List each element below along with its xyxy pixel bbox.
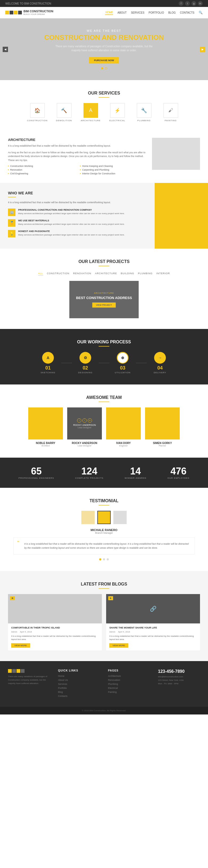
- blog-1-read-more[interactable]: VIEW MORE: [11, 643, 30, 648]
- nav-about[interactable]: ABOUT: [117, 11, 127, 15]
- team-member-2: f t in ROCKY ANDERSON Lead Designer ROCK…: [67, 407, 102, 447]
- footer-link-contacts[interactable]: Contacts: [58, 695, 100, 698]
- avatar-2[interactable]: [97, 511, 111, 524]
- architecture-section: ARCHITECTURE It is a long established fa…: [0, 132, 208, 183]
- footer-page-reno[interactable]: Renovation: [108, 679, 150, 681]
- tab-renovation[interactable]: RENOVATION: [73, 272, 91, 276]
- process-divider: [99, 346, 109, 346]
- process-step-1: A 01 SKETCHING: [35, 352, 61, 374]
- testimonial-quote-box: " It is a long established fact that a r…: [13, 537, 195, 555]
- hero-prev-arrow[interactable]: ◀: [3, 47, 8, 52]
- service-demolition[interactable]: 🔨 DEMOLITION: [53, 103, 75, 122]
- avatar-3[interactable]: [113, 511, 127, 524]
- hero-dot-2[interactable]: [105, 67, 107, 69]
- footer-phone: 123-456-7890: [158, 669, 200, 674]
- member-2-photo: f t in ROCKY ANDERSON Lead Designer: [67, 407, 102, 439]
- projects-divider: [99, 266, 109, 266]
- logo: BIM CONSTRUCTION BUILD YOUR DREAM: [5, 10, 53, 16]
- testimonial-divider: [99, 505, 109, 505]
- nav-contacts[interactable]: CONTACTS: [180, 11, 195, 15]
- member-2-facebook[interactable]: f: [77, 418, 81, 423]
- footer-link-portfolio[interactable]: Portfolio: [58, 687, 100, 689]
- hero-next-arrow[interactable]: ▶: [200, 47, 205, 52]
- project-view-button[interactable]: VIEW PROJECT: [92, 303, 116, 308]
- footer-links-col: QUICK LINKS Home About Us Services Portf…: [58, 669, 100, 699]
- hero-subtitle: WE ARE THE BEST: [87, 29, 121, 32]
- search-icon[interactable]: 🔍: [199, 11, 203, 14]
- testimonial-title: TESTIMONIAL: [8, 498, 200, 503]
- tab-all[interactable]: ALL: [38, 272, 43, 276]
- hero-dot-1[interactable]: [101, 67, 103, 69]
- step-4-circle: →: [154, 352, 166, 364]
- footer-page-arch[interactable]: Architecture: [108, 675, 150, 677]
- projects-tabs: ALL CONSTRUCTION RENOVATION ARCHITECTURE…: [8, 272, 200, 276]
- twitter-icon[interactable]: t: [185, 1, 190, 6]
- tab-construction[interactable]: CONSTRUCTION: [47, 272, 70, 276]
- service-construction[interactable]: 🏠 CONSTRUCTION: [27, 103, 48, 122]
- process-steps: A 01 SKETCHING ⚙ 02 DESIGNING ⊕ 03 UTILI…: [8, 352, 200, 374]
- header: BIM CONSTRUCTION BUILD YOUR DREAM HOME A…: [0, 7, 208, 19]
- service-label: PAINTING: [160, 119, 181, 122]
- plumbing-icon: 🔧: [137, 103, 151, 118]
- tab-building[interactable]: BUILDING: [121, 272, 134, 276]
- nav-blog[interactable]: BLOG: [168, 11, 176, 15]
- member-2-linkedin[interactable]: in: [88, 418, 92, 423]
- facebook-icon[interactable]: f: [179, 1, 183, 6]
- stat-engineers-label: PROFESSIONAL ENGINEERS: [19, 477, 54, 479]
- footer-link-blog[interactable]: Blog: [58, 691, 100, 693]
- tab-plumbing[interactable]: PLUMBING: [138, 272, 152, 276]
- t-dot-3[interactable]: [107, 558, 109, 560]
- hero-cta-button[interactable]: PURCHASE NOW: [89, 57, 119, 64]
- avatar-1[interactable]: [81, 511, 95, 524]
- stat-projects: 124 COMPLETE PROJECTS: [75, 466, 103, 479]
- footer-link-about[interactable]: About Us: [58, 679, 100, 681]
- google-icon[interactable]: g: [192, 1, 196, 6]
- footer-logo-sq3: [16, 669, 20, 673]
- process-line-3: [136, 363, 147, 363]
- member-1-name: NOBLE BARRY: [28, 442, 63, 444]
- linkedin-icon[interactable]: in: [198, 1, 203, 6]
- stat-projects-label: COMPLETE PROJECTS: [75, 477, 103, 479]
- blog-1-content: COMFORTABLE IN THEIR TROPIC ISLAND Admin…: [8, 623, 102, 650]
- nav-portfolio[interactable]: PORTFOLIO: [148, 11, 164, 15]
- process-step-3: ⊕ 03 UTILIZATION: [109, 352, 136, 374]
- nav-services[interactable]: SERVICES: [131, 11, 144, 15]
- footer-page-plumb[interactable]: Plumbing: [108, 683, 150, 685]
- team-title: AWESOME TEAM: [8, 395, 200, 400]
- footer-logo: [8, 669, 50, 673]
- nav-home[interactable]: HOME: [105, 10, 113, 15]
- footer-link-services[interactable]: Services: [58, 683, 100, 685]
- team-grid: NOBLE BARRY Architect f t in ROCKY ANDER…: [8, 407, 200, 447]
- feature-desc: Many services architecture package archi…: [18, 234, 125, 237]
- service-architecture[interactable]: A ARCHITECTURE: [80, 103, 101, 122]
- footer-links-title: QUICK LINKS: [58, 669, 100, 672]
- blog-2-read-more[interactable]: VIEW MORE: [109, 643, 128, 648]
- tab-architecture[interactable]: ARCHITECTURE: [95, 272, 117, 276]
- copyright-text: © 2016 BIM Construction. All Rights Rese…: [82, 709, 126, 712]
- services-section: OUR SERVICES 🏠 CONSTRUCTION 🔨 DEMOLITION…: [0, 80, 208, 132]
- projects-title: OUR LATEST PROJECTS: [8, 259, 200, 264]
- blog-2-tag: B: [108, 596, 113, 600]
- service-electrical[interactable]: ⚡ ELECTRICAL: [107, 103, 128, 122]
- tab-interior[interactable]: INTERIOR: [156, 272, 170, 276]
- logo-name: BIM CONSTRUCTION: [24, 10, 53, 13]
- team-member-4: SIMEN GORKY Planner: [145, 407, 180, 447]
- step-3-label: UTILIZATION: [109, 371, 136, 374]
- blog-divider: [99, 588, 109, 589]
- construction-icon: 🏠: [30, 103, 45, 118]
- step-4-num: 04: [147, 365, 173, 371]
- hero-title: CONSTRUCTION AND RENOVATION: [44, 33, 164, 42]
- stat-employees-number: 476: [168, 466, 189, 477]
- t-dot-1[interactable]: [99, 558, 101, 560]
- footer-link-home[interactable]: Home: [58, 675, 100, 677]
- footer-page-elec[interactable]: Electrical: [108, 687, 150, 689]
- service-plumbing[interactable]: 🔧 PLUMBING: [133, 103, 155, 122]
- testimonial-author: MICHALE RANERO Branch Manager: [8, 528, 200, 534]
- step-1-circle: A: [42, 352, 54, 364]
- t-dot-2[interactable]: [103, 558, 105, 560]
- footer-page-paint[interactable]: Painting: [108, 691, 150, 693]
- step-4-label: DELIVERY: [147, 371, 173, 374]
- member-2-twitter[interactable]: t: [82, 418, 87, 423]
- logo-sq-dark2: [18, 11, 22, 14]
- service-painting[interactable]: 🖌 PAINTING: [160, 103, 181, 122]
